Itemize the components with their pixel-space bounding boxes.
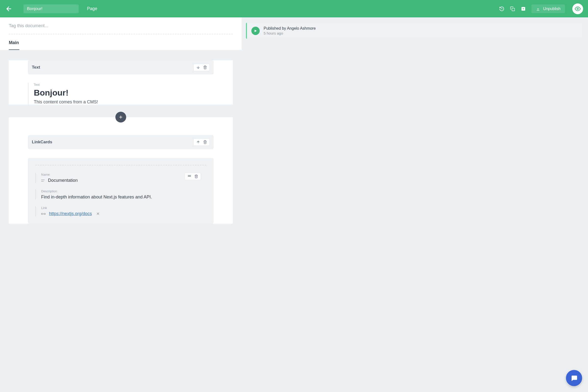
item-actions <box>185 173 201 180</box>
description-value: Find in-depth information about Next.js … <box>41 194 201 200</box>
field-group-description[interactable]: Description Find in-depth information ab… <box>35 190 206 200</box>
linkcards-item: Name Documentation <box>28 158 214 224</box>
delete-slice-button[interactable] <box>203 140 207 144</box>
delete-item-button[interactable] <box>194 174 198 178</box>
eye-icon <box>575 6 581 12</box>
publish-status-card[interactable]: Published by Angelo Ashmore 5 hours ago <box>246 23 584 39</box>
slice-header: Text <box>28 60 214 74</box>
svg-rect-1 <box>512 8 514 11</box>
tag-area: Main <box>0 18 242 50</box>
slice-header: LinkCards <box>28 135 214 149</box>
tabs: Main <box>9 34 233 50</box>
svg-point-5 <box>577 8 578 10</box>
move-down-button[interactable] <box>196 66 200 69</box>
slice-actions <box>194 138 210 146</box>
tab-main[interactable]: Main <box>9 38 19 50</box>
slice-title: LinkCards <box>32 140 52 144</box>
download-icon <box>536 6 540 11</box>
arrow-up-icon <box>196 140 200 144</box>
add-slice-button[interactable] <box>116 112 126 122</box>
link-icon <box>41 213 46 215</box>
trash-icon <box>203 140 207 144</box>
history-button[interactable] <box>499 6 504 12</box>
play-icon <box>254 30 257 32</box>
document-title-input[interactable] <box>24 4 79 13</box>
svg-rect-4 <box>537 10 540 10</box>
tag-input[interactable] <box>9 23 233 34</box>
copy-icon <box>510 6 515 11</box>
field-label-description: Description <box>41 190 201 193</box>
arrow-left-icon <box>6 6 12 12</box>
move-up-button[interactable] <box>196 140 200 144</box>
reorder-button[interactable] <box>188 174 191 178</box>
back-button[interactable] <box>0 0 18 18</box>
unpublish-button[interactable]: Unpublish <box>532 4 565 13</box>
field-label-text: Text <box>34 83 208 86</box>
archive-button[interactable] <box>520 6 526 12</box>
name-value: Documentation <box>48 178 78 183</box>
text-heading-value: Bonjour! <box>34 88 208 98</box>
play-icon-badge <box>251 27 260 35</box>
delete-slice-button[interactable] <box>203 66 207 69</box>
arrow-down-icon <box>196 66 200 69</box>
unpublish-label: Unpublish <box>543 6 560 11</box>
slice-actions <box>194 64 210 71</box>
preview-button[interactable] <box>572 4 583 14</box>
trash-icon <box>203 66 207 69</box>
plus-icon <box>118 115 123 119</box>
text-align-icon <box>41 179 44 182</box>
publish-time: 5 hours ago <box>264 31 316 35</box>
field-group-link[interactable]: Link https://nextjs.org/docs ✕ <box>35 206 206 216</box>
link-value[interactable]: https://nextjs.org/docs <box>49 211 92 216</box>
add-slice-divider <box>9 117 233 117</box>
slice-title: Text <box>32 65 40 70</box>
sidebar: Published by Angelo Ashmore 5 hours ago <box>242 18 588 238</box>
item-divider <box>35 165 206 166</box>
field-group-name[interactable]: Name Documentation <box>35 173 206 183</box>
slice-linkcards: LinkCards <box>9 117 233 224</box>
clear-link-button[interactable]: ✕ <box>96 212 100 216</box>
slice-text: Text Text Bonjour! This content comes fr… <box>9 60 233 104</box>
field-label-link: Link <box>41 206 201 210</box>
history-icon <box>499 6 504 12</box>
trash-icon <box>194 174 198 178</box>
text-field-block[interactable]: Text Bonjour! This content comes from a … <box>28 83 214 104</box>
field-label-name: Name <box>41 173 78 176</box>
publish-title: Published by Angelo Ashmore <box>264 26 316 30</box>
copy-button[interactable] <box>510 6 515 12</box>
drag-handle-icon <box>188 174 191 178</box>
app-header: Page Unpublish <box>0 0 588 18</box>
document-type-label: Page <box>87 6 97 11</box>
text-body-value: This content comes from a CMS! <box>34 100 208 104</box>
svg-marker-14 <box>254 30 257 32</box>
archive-icon <box>521 6 526 11</box>
